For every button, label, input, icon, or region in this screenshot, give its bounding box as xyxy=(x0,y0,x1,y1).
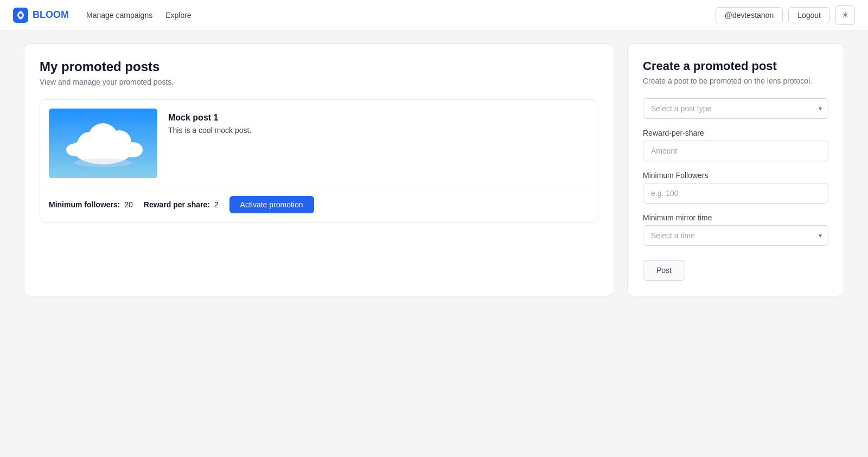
post-info: Mock post 1 This is a cool mock post. xyxy=(168,109,251,135)
post-button[interactable]: Post xyxy=(643,260,685,281)
min-mirror-time-select-wrapper: Select a time 1 hour 6 hours 12 hours 24… xyxy=(643,225,828,246)
min-mirror-time-group: Minimum mirror time Select a time 1 hour… xyxy=(643,213,828,246)
nav-explore[interactable]: Explore xyxy=(165,11,191,20)
post-type-select-wrapper: Select a post type Text Image Video ▾ xyxy=(643,98,828,119)
post-min-followers: Minimum followers: 20 xyxy=(49,200,133,209)
reward-group: Reward-per-share xyxy=(643,129,828,161)
svg-point-8 xyxy=(66,143,86,156)
nav-manage-campaigns[interactable]: Manage campaigns xyxy=(86,11,152,20)
post-name: Mock post 1 xyxy=(168,113,251,123)
navbar-right: @devtestanon Logout ☀ xyxy=(716,5,855,25)
right-panel: Create a promoted post Create a post to … xyxy=(627,43,844,296)
post-type-group: Select a post type Text Image Video ▾ xyxy=(643,98,828,119)
bloom-logo-icon xyxy=(13,8,28,23)
navbar: BLOOM Manage campaigns Explore @devtesta… xyxy=(0,0,868,30)
user-badge: @devtestanon xyxy=(716,7,783,23)
nav-links: Manage campaigns Explore xyxy=(86,11,192,20)
svg-point-7 xyxy=(123,142,143,157)
svg-point-9 xyxy=(74,158,132,167)
sun-icon: ☀ xyxy=(841,10,849,20)
post-card-bottom: Minimum followers: 20 Reward per share: … xyxy=(40,187,598,222)
reward-label: Reward-per-share xyxy=(643,129,828,137)
logout-button[interactable]: Logout xyxy=(788,7,830,23)
right-panel-title: Create a promoted post xyxy=(643,59,828,73)
post-reward: Reward per share: 2 xyxy=(144,200,219,209)
activate-promotion-button[interactable]: Activate promotion xyxy=(229,196,314,213)
left-panel-title: My promoted posts xyxy=(40,59,598,74)
svg-point-1 xyxy=(19,14,22,17)
reward-input[interactable] xyxy=(643,141,828,161)
logo-text: BLOOM xyxy=(33,9,69,21)
min-mirror-time-select[interactable]: Select a time 1 hour 6 hours 12 hours 24… xyxy=(643,225,828,246)
min-followers-input[interactable] xyxy=(643,183,828,204)
cloud-image xyxy=(49,109,157,178)
logo[interactable]: BLOOM xyxy=(13,8,69,23)
min-followers-group: Minimum Followers xyxy=(643,171,828,204)
main-content: My promoted posts View and manage your p… xyxy=(11,30,857,309)
min-followers-label: Minimum Followers xyxy=(643,171,828,180)
left-panel-subtitle: View and manage your promoted posts. xyxy=(40,78,598,86)
theme-toggle-button[interactable]: ☀ xyxy=(835,5,855,25)
navbar-left: BLOOM Manage campaigns Explore xyxy=(13,8,192,23)
post-card-top: Mock post 1 This is a cool mock post. xyxy=(40,100,598,187)
post-card: Mock post 1 This is a cool mock post. Mi… xyxy=(40,99,598,223)
left-panel: My promoted posts View and manage your p… xyxy=(24,43,614,296)
post-image xyxy=(49,109,157,178)
post-type-select[interactable]: Select a post type Text Image Video xyxy=(643,98,828,119)
post-description: This is a cool mock post. xyxy=(168,126,251,135)
right-panel-subtitle: Create a post to be promoted on the lens… xyxy=(643,77,828,85)
min-mirror-time-label: Minimum mirror time xyxy=(643,213,828,222)
